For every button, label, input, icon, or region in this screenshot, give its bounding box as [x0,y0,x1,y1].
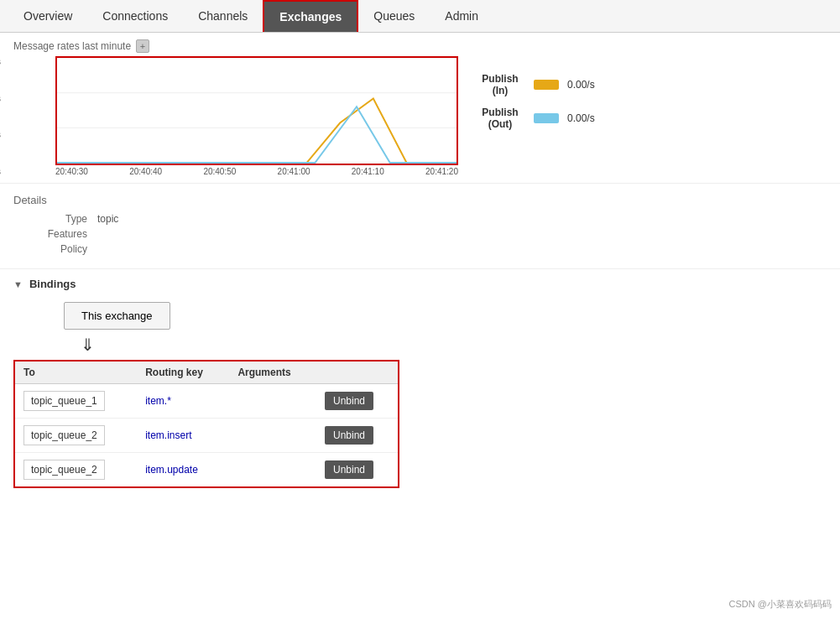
table-row: topic_queue_1 item.* Unbind [15,384,398,419]
cell-to-1: topic_queue_2 [15,419,137,453]
legend-label-publish-in: Publish(In) [475,73,525,96]
nav-channels[interactable]: Channels [183,1,263,31]
detail-row-policy: Policy [30,243,827,255]
cell-routing-key-1: item.insert [137,419,229,453]
x-label-0: 20:40:30 [55,167,88,176]
cell-arguments-0 [229,384,316,419]
legend-value-publish-out: 0.00/s [567,112,595,124]
legend-item-publish-out: Publish(Out) 0.00/s [475,107,595,130]
nav-queues[interactable]: Queues [358,1,430,31]
col-header-arguments: Arguments [229,362,316,384]
unbind-button-2[interactable]: Unbind [325,460,373,479]
bindings-section: ▼ Bindings This exchange ⇓ To Routing ke… [0,269,840,499]
detail-label-policy: Policy [30,243,97,255]
nav-connections[interactable]: Connections [87,1,183,31]
x-label-5: 20:41:20 [425,167,458,176]
chart-y-labels: 1.5 /s 1.0 /s 0.5 /s 0.0 /s [0,56,1,176]
chart-x-labels: 20:40:30 20:40:40 20:40:50 20:41:00 20:4… [55,167,458,176]
bindings-table-wrapper: To Routing key Arguments topic_queue_1 i… [13,360,399,488]
legend-value-publish-in: 0.00/s [567,79,595,91]
col-header-to: To [15,362,137,384]
col-header-routing-key: Routing key [137,362,229,384]
chart-wrapper: 1.5 /s 1.0 /s 0.5 /s 0.0 /s [13,56,458,176]
chart-area [55,56,458,165]
detail-row-features: Features [30,228,827,240]
legend-color-publish-in [534,80,559,90]
table-row: topic_queue_2 item.insert Unbind [15,419,398,453]
y-label-2: 0.5 /s [0,129,1,139]
cell-action-0: Unbind [316,384,398,419]
cell-arguments-1 [229,419,316,453]
routing-key-2: item.update [145,464,198,476]
nav-bar: Overview Connections Channels Exchanges … [0,0,840,33]
table-header-row: To Routing key Arguments [15,362,398,384]
chart-header: Message rates last minute + [13,39,827,53]
detail-label-features: Features [30,228,97,240]
arrow-down-icon: ⇓ [81,335,827,355]
routing-key-1: item.insert [145,429,191,441]
x-label-2: 20:40:50 [203,167,236,176]
cell-action-1: Unbind [316,419,398,453]
chart-plus-button[interactable]: + [136,39,149,53]
unbind-button-0[interactable]: Unbind [325,392,373,410]
bindings-table: To Routing key Arguments topic_queue_1 i… [15,362,398,486]
nav-overview[interactable]: Overview [8,1,87,31]
detail-label-type: Type [30,213,97,225]
chart-header-label: Message rates last minute [13,40,131,52]
cell-routing-key-0: item.* [137,384,229,419]
chart-legend: Publish(In) 0.00/s Publish(Out) 0.00/s [475,56,595,130]
chart-section: Message rates last minute + 1.5 /s 1.0 /… [0,33,840,184]
details-table: Type topic Features Policy [30,213,827,255]
queue-label-0: topic_queue_1 [23,391,105,411]
details-title: Details [13,194,827,206]
details-section: Details Type topic Features Policy [0,184,840,269]
unbind-button-1[interactable]: Unbind [325,426,373,445]
bindings-header: ▼ Bindings [13,278,827,290]
cell-action-2: Unbind [316,453,398,487]
cell-to-2: topic_queue_2 [15,453,137,487]
y-label-0: 1.5 /s [0,56,1,66]
detail-value-type: topic [97,213,118,225]
collapse-icon[interactable]: ▼ [13,279,23,289]
nav-admin[interactable]: Admin [430,1,493,31]
cell-to-0: topic_queue_1 [15,384,137,419]
cell-routing-key-2: item.update [137,453,229,487]
queue-label-1: topic_queue_2 [23,425,105,445]
x-label-1: 20:40:40 [129,167,162,176]
y-label-1: 1.0 /s [0,93,1,103]
legend-item-publish-in: Publish(In) 0.00/s [475,73,595,96]
legend-label-publish-out: Publish(Out) [475,107,525,130]
queue-label-2: topic_queue_2 [23,460,105,480]
cell-arguments-2 [229,453,316,487]
detail-row-type: Type topic [30,213,827,225]
y-label-3: 0.0 /s [0,166,1,176]
chart-container: 1.5 /s 1.0 /s 0.5 /s 0.0 /s [13,56,827,176]
chart-svg [57,58,457,164]
x-label-3: 20:41:00 [278,167,310,176]
legend-color-publish-out [534,113,559,123]
table-row: topic_queue_2 item.update Unbind [15,453,398,487]
x-label-4: 20:41:10 [352,167,384,176]
nav-exchanges[interactable]: Exchanges [263,0,358,32]
col-header-action [316,362,398,384]
routing-key-0: item.* [145,395,171,407]
bindings-title: Bindings [29,278,76,290]
this-exchange-button[interactable]: This exchange [64,302,170,330]
